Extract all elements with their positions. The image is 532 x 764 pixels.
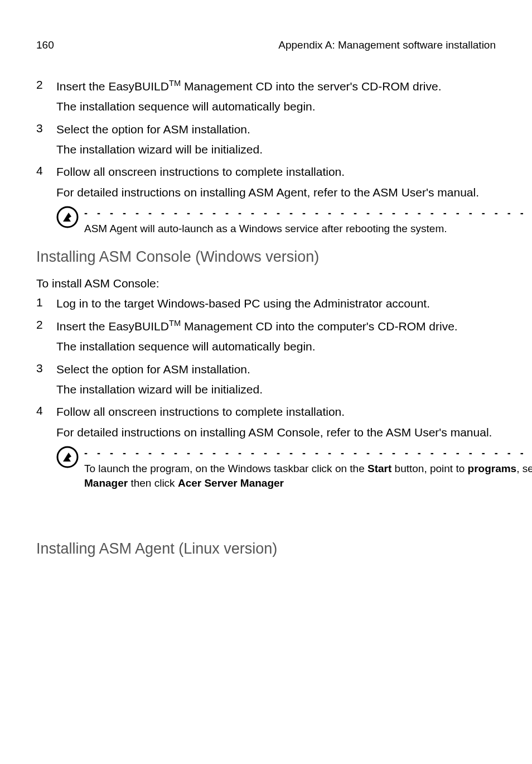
- note-text: To launch the program, on the Windows ta…: [84, 462, 532, 490]
- note-block: - - - - - - - - - - - - - - - - - - - - …: [56, 206, 496, 236]
- page-number: 160: [36, 39, 54, 51]
- step-item: 1 Log in to the target Windows-based PC …: [36, 296, 496, 311]
- step-item: 4 Follow all onscreen instructions to co…: [36, 164, 496, 180]
- step-item: 2 Insert the EasyBUILDTM Management CD i…: [36, 318, 496, 334]
- step-text: Follow all onscreen instructions to comp…: [56, 404, 345, 420]
- note-text: ASM Agent will auto-launch as a Windows …: [84, 222, 532, 236]
- step-subtext: For detailed instructions on installing …: [56, 425, 496, 440]
- step-number: 3: [36, 362, 56, 375]
- step-subtext: For detailed instructions on installing …: [56, 185, 496, 200]
- step-item: 3 Select the option for ASM installation…: [36, 122, 496, 137]
- step-text: Select the option for ASM installation.: [56, 362, 250, 377]
- step-item: 4 Follow all onscreen instructions to co…: [36, 404, 496, 420]
- note-icon: [56, 206, 82, 230]
- step-number: 3: [36, 122, 56, 135]
- note-content: - - - - - - - - - - - - - - - - - - - - …: [84, 206, 532, 236]
- step-number: 2: [36, 318, 56, 331]
- step-subtext: The installation sequence will automatic…: [56, 339, 496, 354]
- section-intro: To install ASM Console:: [36, 277, 496, 290]
- step-item: 3 Select the option for ASM installation…: [36, 362, 496, 377]
- appendix-title: Appendix A: Management software installa…: [278, 39, 496, 51]
- step-subtext: The installation sequence will automatic…: [56, 99, 496, 114]
- step-number: 4: [36, 164, 56, 177]
- steps-section-a: 2 Insert the EasyBUILDTM Management CD i…: [36, 78, 496, 236]
- page-header: 160 Appendix A: Management software inst…: [36, 39, 496, 51]
- step-number: 2: [36, 78, 56, 92]
- steps-section-b: 1 Log in to the target Windows-based PC …: [36, 296, 496, 491]
- step-text: Log in to the target Windows-based PC us…: [56, 296, 430, 311]
- step-text: Select the option for ASM installation.: [56, 122, 250, 137]
- section-heading-console: Installing ASM Console (Windows version): [36, 248, 496, 266]
- section-heading-linux: Installing ASM Agent (Linux version): [36, 540, 496, 558]
- page-content: 160 Appendix A: Management software inst…: [0, 0, 532, 608]
- note-block: - - - - - - - - - - - - - - - - - - - - …: [56, 446, 496, 490]
- step-subtext: The installation wizard will be initiali…: [56, 382, 496, 397]
- step-number: 4: [36, 404, 56, 417]
- note-icon: [56, 446, 82, 470]
- note-content: - - - - - - - - - - - - - - - - - - - - …: [84, 446, 532, 490]
- step-item: 2 Insert the EasyBUILDTM Management CD i…: [36, 78, 496, 94]
- step-text: Insert the EasyBUILDTM Management CD int…: [56, 78, 441, 94]
- note-divider: - - - - - - - - - - - - - - - - - - - - …: [84, 206, 532, 218]
- step-text: Insert the EasyBUILDTM Management CD int…: [56, 318, 458, 334]
- step-number: 1: [36, 296, 56, 309]
- note-divider: - - - - - - - - - - - - - - - - - - - - …: [84, 446, 532, 458]
- step-subtext: The installation wizard will be initiali…: [56, 142, 496, 157]
- step-text: Follow all onscreen instructions to comp…: [56, 164, 345, 180]
